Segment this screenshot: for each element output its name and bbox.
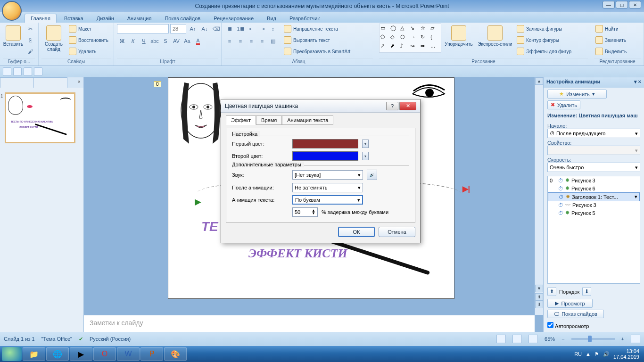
indent-dec-icon[interactable]: ⇤ <box>246 24 256 34</box>
cut-icon[interactable]: ✂ <box>25 24 35 34</box>
spellcheck-icon[interactable]: ✔ <box>79 336 83 342</box>
shape-fill-button[interactable]: Заливка фигуры <box>515 24 573 34</box>
notes-pane[interactable]: Заметки к слайду <box>84 315 535 332</box>
animation-pane-close-icon[interactable]: × <box>638 79 641 84</box>
maximize-button[interactable]: ◻ <box>616 1 628 8</box>
numbering-icon[interactable]: 1≣ <box>235 24 246 34</box>
reorder-up-button[interactable]: ⬆ <box>547 287 556 296</box>
reorder-down-button[interactable]: ⬇ <box>582 287 591 296</box>
replace-button[interactable]: Заменить <box>594 35 628 45</box>
tab-review[interactable]: Рецензирование <box>208 14 259 23</box>
taskbar-explorer-icon[interactable]: 📁 <box>23 347 45 361</box>
delay-spinner[interactable]: 50▲▼ <box>292 207 318 217</box>
sound-preview-icon[interactable]: 🔊 <box>367 170 377 180</box>
thumbnails-tab-slides[interactable] <box>0 77 34 88</box>
zoom-in-icon[interactable]: + <box>621 336 624 342</box>
thumbnails-close-icon[interactable]: × <box>75 77 83 88</box>
sorter-view-button[interactable] <box>512 335 522 343</box>
tab-developer[interactable]: Разработчик <box>284 14 325 23</box>
animation-item[interactable]: ⏱✸Рисунок 5 <box>548 209 640 217</box>
quick-styles-button[interactable]: Экспресс-стили <box>476 24 514 47</box>
animation-item-selected[interactable]: ⏱✸Заголовок 1: Тест...▾ <box>548 192 640 201</box>
dialog-help-button[interactable]: ? <box>386 102 398 110</box>
animation-item[interactable]: 0⏱✸Рисунок 3 <box>548 176 640 184</box>
tab-design[interactable]: Дизайн <box>91 14 120 23</box>
save-icon[interactable] <box>3 67 11 76</box>
restore-button[interactable]: Восстановить <box>67 35 110 45</box>
animation-list[interactable]: 0⏱✸Рисунок 3 ⏱✸Рисунок 6 ⏱✸Заголовок 1: … <box>547 176 640 284</box>
paste-button[interactable]: Вставить <box>3 24 24 47</box>
shapes-gallery[interactable]: ▭◯△↘☆▱ ⬠◇⬡→↻{ ↗⬈⤴↝⇒… <box>379 24 441 53</box>
grow-font-icon[interactable]: A↑ <box>188 24 198 34</box>
fit-window-button[interactable] <box>631 335 640 343</box>
tray-sound-icon[interactable]: 🔊 <box>603 351 610 357</box>
first-color-picker[interactable] <box>292 139 358 148</box>
text-direction-button[interactable]: Направление текста <box>282 24 352 34</box>
select-button[interactable]: Выделить <box>594 46 628 57</box>
second-color-dropdown[interactable]: ▾ <box>362 152 369 160</box>
new-slide-button[interactable]: Создать слайд <box>41 24 66 52</box>
prev-slide-icon[interactable]: ⬆ <box>535 293 543 301</box>
dialog-tab-text-anim[interactable]: Анимация текста <box>282 115 333 125</box>
canvas-scrollbar[interactable]: ▲ ▼ ⬆ ⬇ <box>535 77 543 315</box>
strike-icon[interactable]: abc <box>149 36 160 46</box>
tab-home[interactable]: Главная <box>25 14 57 23</box>
taskbar-opera-icon[interactable]: O <box>93 347 116 361</box>
speed-select[interactable]: Очень быстро▾ <box>547 163 640 172</box>
ok-button[interactable]: ОК <box>338 227 375 237</box>
tab-view[interactable]: Вид <box>261 14 282 23</box>
redo-icon[interactable] <box>24 67 32 76</box>
shape-effects-button[interactable]: Эффекты для фигур <box>515 46 573 57</box>
font-color-icon[interactable]: A <box>193 36 203 46</box>
autopreview-checkbox[interactable]: Автопросмотр <box>547 323 589 329</box>
delete-effect-button[interactable]: ✖Удалить <box>547 100 580 109</box>
line-spacing-icon[interactable]: ↕ <box>268 24 278 34</box>
minimize-button[interactable]: — <box>603 1 615 8</box>
dialog-close-button[interactable]: ✕ <box>399 102 416 110</box>
tray-flag-icon[interactable]: ▲ <box>586 351 591 357</box>
layout-button[interactable]: Макет <box>67 24 110 34</box>
shape-outline-button[interactable]: Контур фигуры <box>515 35 573 45</box>
align-text-button[interactable]: Выровнять текст <box>282 35 352 45</box>
start-button[interactable] <box>2 347 22 361</box>
tray-network-icon[interactable]: ⚑ <box>594 351 599 357</box>
slide-thumbnail-1[interactable]: 1 ТЕСТЫ ПО НАНЕСЕНИЮ МАКИЯЖА ЭФФЕКТ КИСТ… <box>5 92 75 143</box>
next-slide-icon[interactable]: ⬇ <box>535 301 543 308</box>
zoom-level[interactable]: 65% <box>545 336 555 342</box>
change-effect-button[interactable]: ★Изменить ▾ <box>547 90 607 99</box>
bullets-icon[interactable]: ≣ <box>224 24 235 34</box>
columns-icon[interactable]: ▥ <box>268 36 278 46</box>
taskbar-paint-icon[interactable]: 🎨 <box>164 347 187 361</box>
taskbar-word-icon[interactable]: W <box>117 347 140 361</box>
sound-select[interactable]: [Нет звука]▾ <box>292 170 363 180</box>
second-color-picker[interactable] <box>292 151 358 161</box>
copy-icon[interactable]: ⎘ <box>25 35 35 45</box>
tab-insert[interactable]: Вставка <box>58 14 89 23</box>
bold-icon[interactable]: Ж <box>117 36 127 46</box>
thumbnails-tab-outline[interactable] <box>33 77 67 88</box>
dialog-tab-timing[interactable]: Время <box>256 115 282 125</box>
arrange-button[interactable]: Упорядочить <box>443 24 475 47</box>
office-button[interactable] <box>2 1 22 21</box>
format-painter-icon[interactable]: 🖌 <box>25 46 35 57</box>
align-left-icon[interactable]: ≡ <box>224 36 235 46</box>
after-animation-select[interactable]: Не затемнять▾ <box>292 183 363 192</box>
justify-icon[interactable]: ≡ <box>257 36 267 46</box>
play-button[interactable]: ▶ Просмотр <box>547 299 593 308</box>
delete-slide-button[interactable]: Удалить <box>67 46 110 57</box>
normal-view-button[interactable] <box>496 335 506 343</box>
find-button[interactable]: Найти <box>594 24 628 34</box>
shadow-icon[interactable]: S <box>160 36 171 46</box>
tray-language[interactable]: RU <box>574 351 582 357</box>
dialog-tab-effect[interactable]: Эффект <box>226 115 256 125</box>
animation-pane-dropdown-icon[interactable]: ▾ <box>634 79 637 84</box>
italic-icon[interactable]: К <box>128 36 138 46</box>
zoom-out-icon[interactable]: − <box>561 336 564 342</box>
animation-item[interactable]: ⏱〰Рисунок 3 <box>548 201 640 209</box>
slideshow-view-button[interactable] <box>528 335 538 343</box>
first-color-dropdown[interactable]: ▾ <box>362 140 369 148</box>
indent-inc-icon[interactable]: ⇥ <box>257 24 267 34</box>
scroll-down-icon[interactable]: ▼ <box>535 285 543 292</box>
align-right-icon[interactable]: ≡ <box>246 36 256 46</box>
clear-format-icon[interactable]: ⌫ <box>211 24 222 34</box>
